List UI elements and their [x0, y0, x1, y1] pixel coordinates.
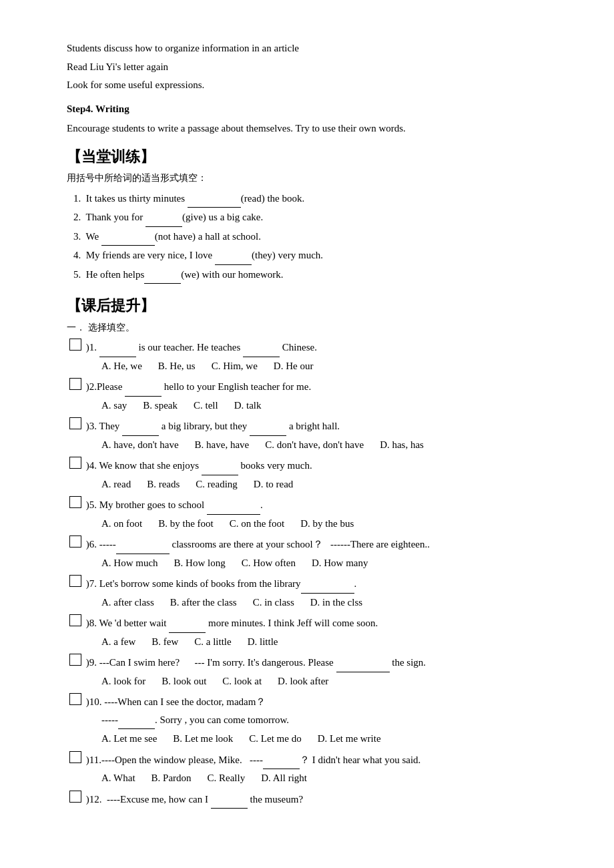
section1-title: 【当堂训练】 — [67, 144, 561, 169]
select-label: 一． 选择填空。 — [67, 320, 561, 336]
section1-subtitle: 用括号中所给词的适当形式填空： — [67, 170, 561, 186]
q10-text: )10. ----When can I see the doctor, mada… — [83, 694, 266, 711]
mc-item-8: )8. We 'd better wait more minutes. I th… — [67, 615, 561, 650]
exercise-item-5: 5. He often helps (we) with our homework… — [67, 266, 561, 284]
answer-box-4[interactable] — [69, 457, 81, 469]
q1-text: )1. is our teacher. He teaches Chinese. — [83, 339, 317, 357]
q6-options: A. How much B. How long C. How often D. … — [101, 555, 561, 572]
q6-text: )6. ----- classrooms are there at your s… — [83, 536, 430, 554]
blank-1[interactable] — [188, 190, 241, 208]
intro-line-1: Students discuss how to organize informa… — [67, 40, 561, 57]
mc-item-3: )3. They a big library, but they a brigh… — [67, 418, 561, 453]
q3-options: A. have, don't have B. have, have C. don… — [101, 437, 561, 454]
exercise-item-1: 1. It takes us thirty minutes (read) the… — [67, 190, 561, 208]
q4-options: A. read B. reads C. reading D. to read — [101, 476, 561, 493]
mc-item-2: )2.Please hello to your English teacher … — [67, 379, 561, 414]
step4-title: Step4. Writing — [67, 101, 561, 118]
intro-line-3: Look for some useful expressions. — [67, 77, 561, 94]
q7-text: )7. Let's borrow some kinds of books fro… — [83, 576, 356, 594]
answer-box-11[interactable] — [69, 751, 81, 763]
q2-options: A. say B. speak C. tell D. talk — [101, 397, 561, 415]
answer-box-12[interactable] — [69, 791, 81, 803]
mc-item-10: )10. ----When can I see the doctor, mada… — [67, 694, 561, 748]
exercise-list: 1. It takes us thirty minutes (read) the… — [67, 190, 561, 284]
q7-options: A. after class B. after the class C. in … — [101, 594, 561, 612]
q8-options: A. a few B. few C. a little D. little — [101, 634, 561, 651]
q4-text: )4. We know that she enjoys books very m… — [83, 457, 312, 475]
q1-options: A. He, we B. He, us C. Him, we D. He our — [101, 358, 561, 375]
q2-text: )2.Please hello to your English teacher … — [83, 379, 311, 397]
mc-item-5: )5. My brother goes to school . A. on fo… — [67, 497, 561, 532]
blank-4[interactable] — [215, 247, 252, 265]
answer-box-7[interactable] — [69, 575, 81, 587]
answer-box-2[interactable] — [69, 378, 81, 390]
q10-subtext: ----- . Sorry , you can come tomorrow. — [101, 712, 561, 730]
answer-box-1[interactable] — [69, 339, 81, 351]
q3-text: )3. They a big library, but they a brigh… — [83, 418, 340, 436]
q9-text: )9. ---Can I swim here? --- I'm sorry. I… — [83, 654, 426, 672]
blank-2[interactable] — [145, 209, 182, 227]
intro-line-2: Read Liu Yi's letter again — [67, 59, 561, 76]
exercise-item-2: 2. Thank you for (give) us a big cake. — [67, 209, 561, 227]
blank-3[interactable] — [101, 228, 155, 246]
answer-box-9[interactable] — [69, 654, 81, 666]
q5-options: A. on foot B. by the foot C. on the foot… — [101, 515, 561, 533]
q5-text: )5. My brother goes to school . — [83, 497, 263, 515]
q12-text: )12. ----Excuse me, how can I the museum… — [83, 791, 303, 809]
exercise-item-4: 4. My friends are very nice, I love (the… — [67, 247, 561, 265]
q9-options: A. look for B. look out C. look at D. lo… — [101, 673, 561, 690]
mc-item-4: )4. We know that she enjoys books very m… — [67, 457, 561, 493]
answer-box-10[interactable] — [69, 693, 81, 705]
answer-box-8[interactable] — [69, 614, 81, 626]
q8-text: )8. We 'd better wait more minutes. I th… — [83, 615, 378, 633]
mc-item-6: )6. ----- classrooms are there at your s… — [67, 536, 561, 572]
encourage-text: Encourage students to write a passage ab… — [67, 120, 561, 138]
q11-options: A. What B. Pardon C. Really D. All right — [101, 770, 561, 787]
mc-item-11: )11.----Open the window please, Mike. --… — [67, 752, 561, 787]
mc-item-1: )1. is our teacher. He teaches Chinese. … — [67, 339, 561, 375]
answer-box-5[interactable] — [69, 496, 81, 508]
mc-item-12: )12. ----Excuse me, how can I the museum… — [67, 791, 561, 809]
answer-box-6[interactable] — [69, 535, 81, 548]
exercise-item-3: 3. We (not have) a hall at school. — [67, 228, 561, 246]
q10-options: A. Let me see B. Let me look C. Let me d… — [101, 730, 561, 748]
blank-5[interactable] — [144, 266, 181, 284]
section2-title: 【课后提升】 — [67, 293, 561, 318]
answer-box-3[interactable] — [69, 417, 81, 429]
mc-item-7: )7. Let's borrow some kinds of books fro… — [67, 576, 561, 611]
mc-item-9: )9. ---Can I swim here? --- I'm sorry. I… — [67, 654, 561, 690]
q11-text: )11.----Open the window please, Mike. --… — [83, 752, 420, 770]
